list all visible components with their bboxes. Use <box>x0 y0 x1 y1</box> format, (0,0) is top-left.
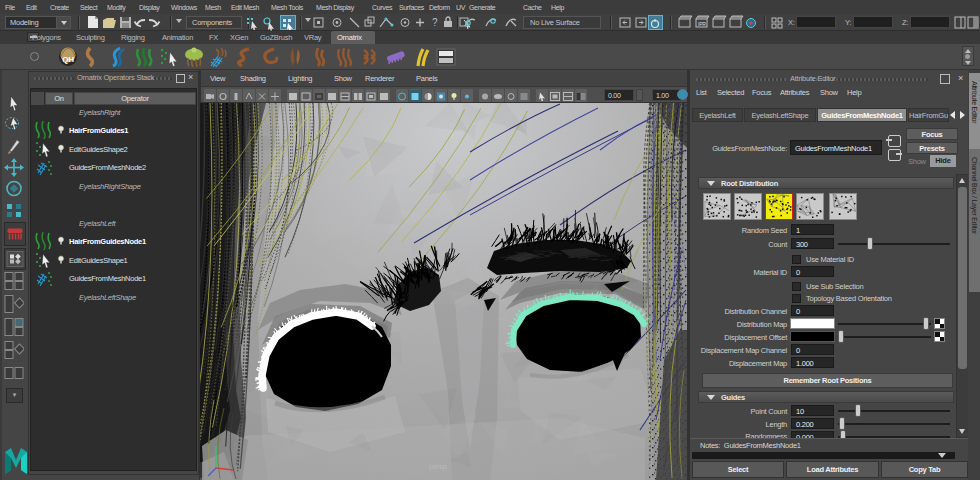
svg-text:IPR: IPR <box>698 21 706 27</box>
svg-text:persp: persp <box>429 462 447 471</box>
svg-text:QH: QH <box>62 55 74 64</box>
svg-text:?: ? <box>432 17 438 28</box>
